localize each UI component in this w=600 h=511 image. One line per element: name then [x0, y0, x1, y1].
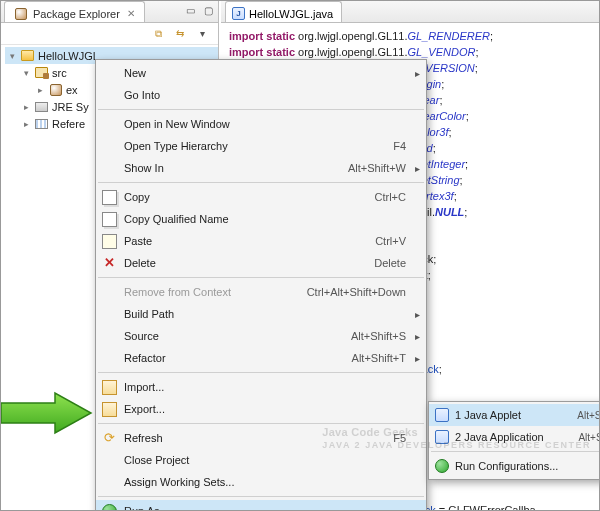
import-icon: [100, 378, 118, 396]
menu-separator: [98, 182, 424, 183]
submenu-item-shortcut: Alt+Shift+X, J: [578, 432, 600, 443]
refresh-icon: ⟳: [100, 429, 118, 447]
menu-item-label: Open Type Hierarchy: [124, 140, 228, 152]
menu-item-label: Assign Working Sets...: [124, 476, 234, 488]
submenu-item-label: 1 Java Applet: [455, 409, 521, 421]
menu-item-label: Show In: [124, 162, 164, 174]
maximize-view-icon[interactable]: ▢: [200, 3, 216, 19]
menu-separator: [98, 423, 424, 424]
menu-separator: [98, 372, 424, 373]
editor-tab[interactable]: J HelloLWJGL.java: [225, 1, 342, 22]
view-tabbar: Package Explorer ✕ ▭ ▢: [1, 1, 218, 23]
menu-item-assign-working-sets[interactable]: Assign Working Sets...: [96, 471, 426, 493]
menu-item-run-as[interactable]: Run As▸: [96, 500, 426, 511]
submenu-arrow-icon: ▸: [415, 331, 420, 342]
package-icon: [48, 83, 63, 97]
editor-tab-label: HelloLWJGL.java: [249, 8, 333, 20]
view-menu-icon[interactable]: ▾: [194, 26, 210, 42]
menu-item-build-path[interactable]: Build Path▸: [96, 303, 426, 325]
menu-item-remove-from-context: Remove from ContextCtrl+Alt+Shift+Down: [96, 281, 426, 303]
menu-item-refresh[interactable]: ⟳RefreshF5: [96, 427, 426, 449]
japplet-icon: [433, 407, 450, 424]
menu-item-shortcut: Delete: [374, 257, 406, 269]
menu-separator: [431, 451, 600, 452]
menu-item-show-in[interactable]: Show InAlt+Shift+W▸: [96, 157, 426, 179]
submenu-arrow-icon: ▸: [415, 353, 420, 364]
project-icon: [20, 49, 35, 63]
menu-item-shortcut: Alt+Shift+T: [352, 352, 406, 364]
export-icon: [100, 400, 118, 418]
menu-separator: [98, 496, 424, 497]
java-file-icon: J: [232, 7, 245, 20]
menu-item-label: Remove from Context: [124, 286, 231, 298]
submenu-arrow-icon: ▸: [415, 163, 420, 174]
src-folder-icon: [34, 66, 49, 80]
menu-item-go-into[interactable]: Go Into: [96, 84, 426, 106]
expand-icon[interactable]: ▸: [35, 85, 45, 95]
delete-icon: ✕: [100, 254, 118, 272]
menu-item-new[interactable]: New▸: [96, 62, 426, 84]
menu-item-source[interactable]: SourceAlt+Shift+S▸: [96, 325, 426, 347]
minimize-view-icon[interactable]: ▭: [182, 3, 198, 19]
menu-item-shortcut: Ctrl+Alt+Shift+Down: [307, 286, 406, 298]
menu-item-shortcut: F4: [393, 140, 406, 152]
menu-item-close-project[interactable]: Close Project: [96, 449, 426, 471]
copyq-icon: [100, 210, 118, 228]
context-menu: New▸Go IntoOpen in New WindowOpen Type H…: [95, 59, 427, 511]
project-label: HelloLWJGL: [38, 50, 99, 62]
menu-item-label: Refresh: [124, 432, 163, 444]
expand-icon[interactable]: ▸: [21, 119, 31, 129]
menu-item-label: Open in New Window: [124, 118, 230, 130]
menu-item-shortcut: Ctrl+V: [375, 235, 406, 247]
menu-item-import[interactable]: Import...: [96, 376, 426, 398]
submenu-item-shortcut: Alt+Shift+X, A: [577, 410, 600, 421]
expand-icon[interactable]: ▾: [7, 51, 17, 61]
menu-item-copy-qualified-name[interactable]: Copy Qualified Name: [96, 208, 426, 230]
menu-separator: [98, 109, 424, 110]
paste-icon: [100, 232, 118, 250]
menu-item-label: Build Path: [124, 308, 174, 320]
menu-item-label: Refactor: [124, 352, 166, 364]
package-explorer-tab[interactable]: Package Explorer ✕: [4, 1, 145, 22]
expand-icon[interactable]: ▸: [21, 102, 31, 112]
menu-item-paste[interactable]: PasteCtrl+V: [96, 230, 426, 252]
callout-arrow: [0, 389, 95, 437]
menu-item-copy[interactable]: CopyCtrl+C: [96, 186, 426, 208]
submenu-item-2-java-application[interactable]: 2 Java ApplicationAlt+Shift+X, J: [429, 426, 600, 448]
submenu-item-run-configurations[interactable]: Run Configurations...: [429, 455, 600, 477]
rcfg-icon: [433, 458, 450, 475]
menu-item-shortcut: F5: [393, 432, 406, 444]
expand-icon[interactable]: ▾: [21, 68, 31, 78]
close-view-icon[interactable]: ✕: [125, 8, 137, 19]
menu-item-shortcut: Ctrl+C: [375, 191, 406, 203]
menu-item-label: Copy: [124, 191, 150, 203]
japp-icon: [433, 429, 450, 446]
menu-item-open-type-hierarchy[interactable]: Open Type HierarchyF4: [96, 135, 426, 157]
menu-item-export[interactable]: Export...: [96, 398, 426, 420]
submenu-arrow-icon: ▸: [415, 309, 420, 320]
menu-item-label: Close Project: [124, 454, 189, 466]
submenu-arrow-icon: ▸: [415, 68, 420, 79]
copy-icon: [100, 188, 118, 206]
menu-item-label: Run As: [124, 505, 159, 511]
package-explorer-title: Package Explorer: [33, 8, 120, 20]
link-editor-icon[interactable]: ⇆: [172, 26, 188, 42]
pkg-label: ex: [66, 84, 78, 96]
menu-item-label: Paste: [124, 235, 152, 247]
ref-label: Refere: [52, 118, 85, 130]
menu-item-shortcut: Alt+Shift+S: [351, 330, 406, 342]
menu-item-delete[interactable]: ✕DeleteDelete: [96, 252, 426, 274]
run-as-submenu: 1 Java AppletAlt+Shift+X, A2 Java Applic…: [428, 401, 600, 480]
src-label: src: [52, 67, 67, 79]
menu-item-label: Copy Qualified Name: [124, 213, 229, 225]
menu-item-open-in-new-window[interactable]: Open in New Window: [96, 113, 426, 135]
submenu-arrow-icon: ▸: [415, 506, 420, 512]
collapse-all-icon[interactable]: ⧉: [150, 26, 166, 42]
submenu-item-1-java-applet[interactable]: 1 Java AppletAlt+Shift+X, A: [429, 404, 600, 426]
menu-separator: [98, 277, 424, 278]
menu-item-label: Import...: [124, 381, 164, 393]
package-explorer-toolbar: ⧉ ⇆ ▾: [1, 23, 218, 45]
menu-item-refactor[interactable]: RefactorAlt+Shift+T▸: [96, 347, 426, 369]
menu-item-label: Export...: [124, 403, 165, 415]
submenu-item-label: 2 Java Application: [455, 431, 544, 443]
